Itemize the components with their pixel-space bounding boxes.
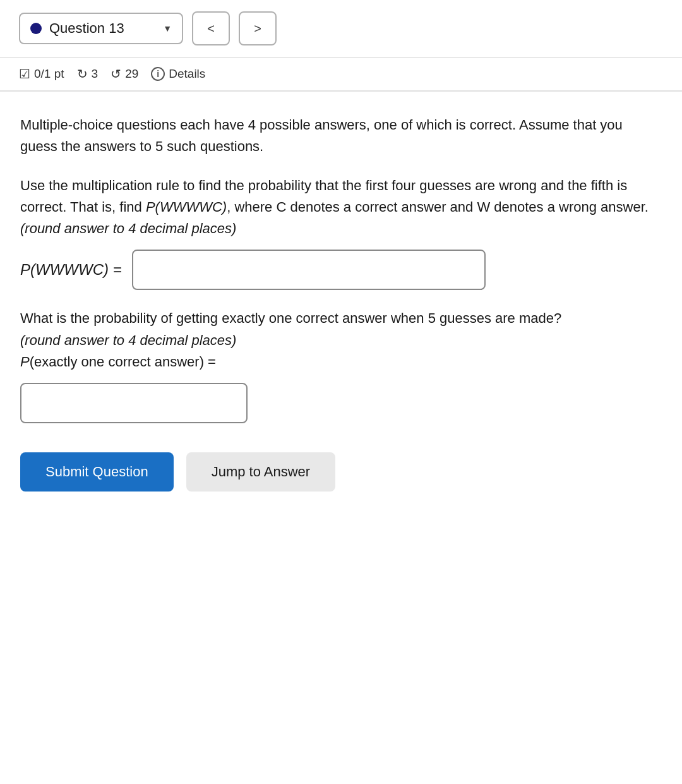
main-content: Multiple-choice questions each have 4 po… — [0, 92, 682, 510]
dropdown-arrow-icon: ▼ — [163, 23, 172, 33]
prev-button[interactable]: < — [192, 11, 230, 45]
next-button[interactable]: > — [239, 11, 277, 45]
question-dot-icon — [30, 23, 42, 34]
paragraph3-text: What is the probability of getting exact… — [20, 310, 561, 326]
top-nav: Question 13 ▼ < > — [0, 0, 682, 57]
score-label: 0/1 pt — [34, 67, 64, 81]
score-stat: ☑ 0/1 pt — [19, 66, 64, 81]
details-link[interactable]: i Details — [151, 67, 205, 81]
stats-bar: ☑ 0/1 pt ↻ 3 ↺ 29 i Details — [0, 57, 682, 92]
formula-text: P(WWWWC) — [146, 199, 227, 215]
paragraph3-italic: (round answer to 4 decimal places) — [20, 332, 236, 348]
jump-to-answer-button[interactable]: Jump to Answer — [186, 452, 336, 492]
second-question-block: What is the probability of getting exact… — [20, 308, 662, 423]
retries-count: 3 — [92, 67, 99, 81]
question-paragraph1: Multiple-choice questions each have 4 po… — [20, 114, 662, 157]
paragraph3-label: P(exactly one correct answer) = — [20, 354, 216, 370]
question-selector[interactable]: Question 13 ▼ — [19, 13, 183, 44]
refresh-stat: ↺ 29 — [111, 66, 138, 81]
check-icon: ☑ — [19, 66, 30, 81]
math-input-row1: P(WWWWC) = — [20, 250, 662, 290]
question-paragraph3: What is the probability of getting exact… — [20, 308, 662, 372]
answer-input-1[interactable] — [132, 250, 486, 290]
refresh-count: 29 — [125, 67, 138, 81]
question-label: Question 13 — [49, 20, 155, 37]
button-row: Submit Question Jump to Answer — [20, 446, 662, 492]
page-wrapper: Question 13 ▼ < > ☑ 0/1 pt ↻ 3 ↺ 29 i De… — [0, 0, 682, 784]
details-label: Details — [169, 67, 205, 81]
math-label1: P(WWWWC) = — [20, 261, 122, 279]
info-icon: i — [151, 67, 165, 81]
paragraph2-text-part1: Use the multiplication rule to find the … — [20, 178, 649, 215]
question-paragraph2: Use the multiplication rule to find the … — [20, 175, 662, 239]
undo-icon: ↻ — [77, 66, 88, 81]
refresh-icon: ↺ — [111, 66, 121, 81]
answer-input-2[interactable] — [20, 383, 248, 423]
paragraph2-italic: (round answer to 4 decimal places) — [20, 220, 236, 236]
submit-button[interactable]: Submit Question — [20, 452, 174, 492]
retries-stat: ↻ 3 — [77, 66, 99, 81]
